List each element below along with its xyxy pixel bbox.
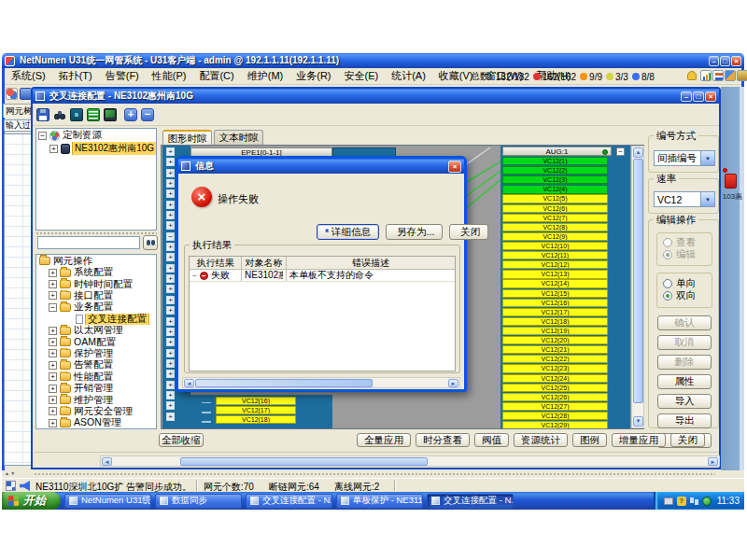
timeslot-cell[interactable]: VC12(27)	[502, 402, 608, 411]
ne-tree-list[interactable]	[4, 133, 33, 466]
timeslot-cell[interactable]: VC12(1)	[502, 157, 608, 165]
resource-tree-ne-item[interactable]: + NE3102惠州南10G	[36, 142, 156, 155]
dialog-close-button[interactable]: ×	[448, 161, 461, 173]
alarm-count[interactable]: 9/9	[580, 72, 602, 82]
timeslot-cell[interactable]: VC12(9)	[502, 232, 608, 241]
timeslot-cell[interactable]: VC12(3)	[502, 175, 608, 184]
radio-option[interactable]: 查看	[663, 236, 712, 248]
alarm-count[interactable]: 162/162	[533, 72, 576, 82]
timeslot-cell[interactable]: VC12(13)	[502, 270, 608, 278]
screen-icon[interactable]	[104, 108, 117, 121]
edit-action-button[interactable]: 属性	[657, 374, 712, 389]
zoom-out-button[interactable]: −	[141, 108, 154, 121]
tree-expand-icon[interactable]: +	[49, 280, 57, 288]
op-tree-item[interactable]: + OAM配置	[36, 336, 156, 347]
bottom-action-button[interactable]: 阀值	[474, 433, 509, 447]
taskbar-task[interactable]: 单板保护 - NE311...	[336, 494, 423, 509]
bottom-action-button[interactable]: 图例	[572, 433, 607, 447]
clock-icon[interactable]	[702, 497, 712, 506]
taskbar-task[interactable]: 交叉连接配置 - N...	[427, 494, 514, 509]
timeslot-cell[interactable]: VC12(18)	[502, 317, 608, 326]
timeslot-tab[interactable]: 图形时隙	[162, 130, 212, 146]
edit-action-button[interactable]: 取消	[657, 335, 712, 350]
scroll-right-arrow[interactable]: ►	[448, 379, 458, 387]
tree-expand-icon[interactable]: −	[49, 303, 57, 312]
start-button[interactable]: 开始	[2, 492, 61, 510]
aug-header[interactable]: AUG:1	[502, 147, 612, 156]
bottom-action-button[interactable]: 时分查看	[416, 433, 470, 447]
column-header[interactable]: 执行结果	[190, 257, 242, 269]
timeslot-cell[interactable]: VC12(24)	[502, 374, 608, 383]
radio-option[interactable]: 单向	[663, 277, 712, 289]
timeslot-cell[interactable]: VC12(15)	[502, 289, 608, 298]
resource-tree-root[interactable]: − 定制资源	[36, 129, 156, 142]
timeslot-cell[interactable]: VC12(6)	[502, 204, 608, 213]
menu-item[interactable]: 统计(A)	[385, 67, 432, 85]
timeslot-cell[interactable]: VC12(23)	[502, 364, 608, 372]
op-tree-item[interactable]: + 网元安全管理	[36, 406, 156, 417]
scroll-thumb[interactable]	[180, 457, 428, 466]
favorites-panel-icon[interactable]	[737, 70, 747, 81]
dialog-button[interactable]: 关闭	[449, 224, 488, 240]
timeslot-cell[interactable]: VC12(29)	[502, 421, 608, 428]
alarm-bell-icon[interactable]	[687, 71, 697, 80]
op-tree-item[interactable]: − 业务配置	[36, 301, 156, 313]
menu-item[interactable]: 拓扑(T)	[52, 67, 99, 85]
dialog-hscrollbar[interactable]: ◄ ►	[182, 377, 460, 388]
zoom-in-button[interactable]: +	[124, 108, 137, 121]
menu-item[interactable]: 安全(E)	[338, 67, 386, 85]
tree-expand-icon[interactable]: +	[49, 407, 57, 415]
row-expander[interactable]: −	[192, 272, 197, 280]
scroll-left-arrow[interactable]: ◄	[184, 379, 194, 387]
op-tree-item[interactable]: + 时钟时间配置	[36, 278, 156, 289]
scroll-thumb[interactable]	[195, 379, 373, 387]
tree-splitter[interactable]	[35, 231, 157, 235]
radio-option[interactable]: 双向	[663, 289, 712, 301]
timeslot-cell[interactable]: VC12(8)	[502, 223, 608, 231]
menu-item[interactable]: 配置(C)	[192, 67, 240, 85]
legend-icon[interactable]	[87, 108, 100, 121]
timeslot-cell[interactable]: VC12(11)	[502, 251, 608, 259]
tree-expand-icon[interactable]: +	[49, 361, 57, 370]
timeslot-cell[interactable]: VC12(28)	[502, 412, 608, 420]
taskbar-task[interactable]: NetNumen U31统一...	[64, 494, 151, 509]
tree-expand-icon[interactable]: +	[49, 269, 57, 277]
statusbar-splitter[interactable]: ▲ ▼	[2, 470, 744, 478]
alarm-count[interactable]: 8/8	[632, 72, 655, 82]
timeslot-cell[interactable]: VC12(25)	[502, 384, 608, 392]
op-tree-item[interactable]: + 以太网管理	[36, 325, 156, 336]
timeslot-cell[interactable]: VC12(10)	[502, 242, 608, 250]
splitter-arrows-icon[interactable]: ▲ ▼	[5, 470, 15, 476]
timeslot-cell[interactable]: VC12(14)	[502, 279, 608, 287]
topology-panel-icon[interactable]	[725, 70, 736, 81]
timeslot-cell[interactable]: VC12(17)	[216, 406, 296, 414]
column-header[interactable]: 错误描述	[287, 257, 455, 269]
tree-expand-icon[interactable]: +	[49, 291, 57, 300]
edit-action-button[interactable]: 删除	[657, 355, 712, 370]
ne-topology-icon[interactable]	[725, 174, 737, 189]
child-minimize-button[interactable]: –	[681, 91, 692, 102]
column-header[interactable]: 对象名称	[242, 257, 287, 269]
tree-expand-icon[interactable]: +	[49, 145, 58, 153]
printer-icon[interactable]	[664, 497, 673, 505]
tree-expand-icon[interactable]: +	[49, 372, 57, 381]
tree-expand-icon[interactable]: +	[49, 396, 57, 404]
binoculars-icon[interactable]	[53, 108, 66, 121]
taskbar-task[interactable]: 数据同步	[155, 494, 242, 509]
scroll-right-arrow[interactable]: ►	[708, 457, 718, 466]
dialog-button[interactable]: 另存为...	[386, 224, 443, 240]
op-tree-item[interactable]: + 性能配置	[36, 371, 156, 383]
ne-tree-filter-input[interactable]	[4, 119, 33, 132]
op-tree-item[interactable]: + 接口配置	[36, 290, 156, 301]
op-tree-item[interactable]: + 保护管理	[36, 348, 156, 359]
timeslot-cell[interactable]: VC12(18)	[216, 415, 296, 424]
timeslot-cell[interactable]: VC12(16)	[216, 397, 296, 405]
timeslot-cell[interactable]: VC12(20)	[502, 336, 608, 344]
timeslot-cell[interactable]: VC12(5)	[502, 194, 608, 203]
collapse-all-button[interactable]: 全部收缩	[159, 433, 204, 447]
timeslot-cell[interactable]: VC12(7)	[502, 214, 608, 222]
menu-item[interactable]: 业务(R)	[289, 67, 337, 85]
rate-select[interactable]: VC12 ▼	[654, 191, 715, 207]
aug-collapse-box[interactable]: −	[616, 147, 625, 156]
main-maximize-button[interactable]: □	[720, 56, 730, 66]
